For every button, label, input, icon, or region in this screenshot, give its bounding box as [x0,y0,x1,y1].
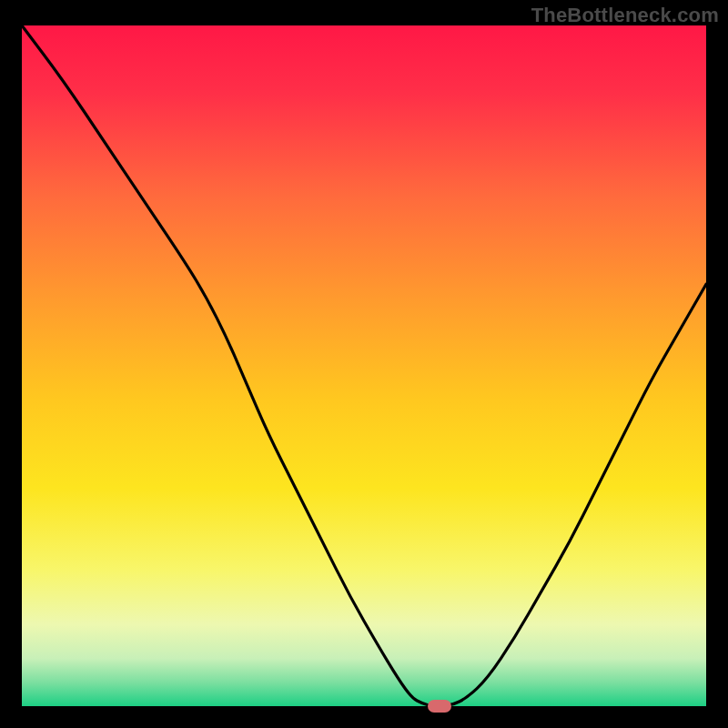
bottleneck-curve [22,25,706,706]
plot-area [22,25,706,706]
plot-outer [22,25,706,706]
watermark-text: TheBottleneck.com [531,4,719,27]
optimum-marker [428,700,451,713]
chart-frame: TheBottleneck.com [0,0,728,728]
